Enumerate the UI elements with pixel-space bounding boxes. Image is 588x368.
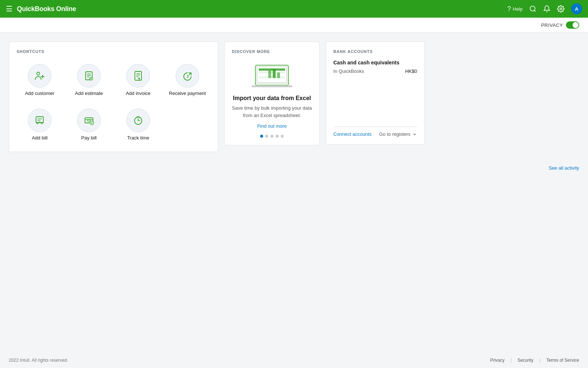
search-button[interactable] [529,5,537,13]
connect-accounts-link[interactable]: Connect accounts [333,131,372,137]
estimate-icon [83,70,95,82]
discover-title: DISCOVER MORE [232,49,270,54]
find-out-more-link[interactable]: Find out more [257,123,287,129]
shortcuts-row2: Add bill Pay bill [17,106,211,144]
topnav: ☰ QuickBooks Online ? Help A [0,0,588,18]
add-estimate-icon-wrap [77,64,101,88]
invoice-icon [132,70,144,82]
add-customer-icon-wrap [28,64,51,88]
dot-1[interactable] [260,135,263,138]
shortcut-pay-bill[interactable]: Pay bill [66,106,112,144]
svg-line-1 [534,10,536,12]
chevron-down-icon [412,132,417,137]
settings-button[interactable] [557,5,564,13]
help-label: Help [513,6,523,12]
track-time-icon-wrap [126,109,150,132]
activity-bar: See all activity [0,161,588,175]
footer: 2022 Intuit. All rights reserved. Privac… [0,353,588,368]
discover-heading: Import your data from Excel [233,95,311,102]
add-estimate-label: Add estimate [75,91,103,97]
privacy-label: PRIVACY [541,22,563,28]
gear-icon [557,5,564,13]
bank-accounts-title: BANK ACCOUNTS [333,49,417,54]
shortcut-add-invoice[interactable]: Add invoice [115,61,161,100]
go-to-registers-button[interactable]: Go to registers [379,131,417,137]
add-invoice-icon-wrap [126,64,150,88]
svg-rect-35 [268,71,271,78]
receive-payment-label: Receive payment [169,91,206,97]
help-icon: ? [507,5,511,13]
shortcut-track-time[interactable]: Track time [115,106,161,144]
dot-5[interactable] [281,135,284,138]
shortcut-add-customer[interactable]: Add customer [17,61,63,100]
go-to-registers-label: Go to registers [379,131,410,137]
svg-rect-31 [259,68,285,71]
bank-balance-row: In QuickBooks HK$0 [333,68,417,74]
brand-name: QuickBooks Online [17,5,76,13]
dot-3[interactable] [270,135,273,138]
shortcuts-card: SHORTCUTS Add customer [9,42,218,152]
privacy-link[interactable]: Privacy [490,358,505,363]
cash-equivalents-label: Cash and cash equivalents [333,60,417,66]
copyright-text: 2022 Intuit. All rights reserved. [9,358,68,363]
svg-point-0 [530,6,535,11]
svg-rect-34 [259,77,285,78]
svg-rect-36 [273,69,276,78]
add-bill-label: Add bill [32,135,48,141]
shortcut-add-bill[interactable]: Add bill [17,106,63,144]
svg-rect-33 [259,74,285,76]
dot-2[interactable] [265,135,268,138]
toggle-thumb [573,22,578,28]
add-invoice-label: Add invoice [126,91,150,97]
security-link[interactable]: Security [517,358,533,363]
empty-cell [164,106,211,144]
svg-rect-13 [135,71,141,80]
svg-rect-38 [252,85,292,87]
bell-icon [543,5,551,13]
clock-icon [132,114,144,126]
help-button[interactable]: ? Help [507,5,523,13]
shortcuts-title: SHORTCUTS [17,49,211,54]
bill-icon [34,114,46,126]
footer-links: Privacy | Security | Terms of Service [490,358,579,363]
svg-point-24 [90,121,94,125]
dot-4[interactable] [276,135,279,138]
shortcut-receive-payment[interactable]: Receive payment [164,61,211,100]
pay-bill-icon-wrap [77,109,101,132]
discover-card: DISCOVER MORE Import your data from Exce… [224,42,320,145]
see-all-activity-link[interactable]: See all activity [549,165,579,171]
carousel-dots [260,135,284,138]
main-content: SHORTCUTS Add customer [0,33,588,161]
bank-accounts-card: BANK ACCOUNTS Cash and cash equivalents … [326,42,425,145]
privacy-toggle[interactable] [566,21,579,29]
pay-bill-icon [83,114,95,126]
privacy-bar: PRIVACY [0,18,588,33]
shortcut-add-estimate[interactable]: Add estimate [66,61,112,100]
svg-point-3 [37,72,40,75]
notifications-button[interactable] [543,5,551,13]
svg-rect-37 [277,72,280,78]
bank-amount: HK$0 [405,68,417,74]
receive-payment-icon-wrap [176,64,199,88]
search-icon [529,5,537,13]
hamburger-icon[interactable]: ☰ [6,4,12,13]
pay-bill-label: Pay bill [81,135,97,141]
svg-point-2 [560,8,562,10]
excel-illustration [250,60,294,89]
add-customer-label: Add customer [25,91,54,97]
in-quickbooks-label: In QuickBooks [333,68,364,74]
people-icon [34,70,46,82]
svg-rect-32 [259,71,285,73]
add-bill-icon-wrap [28,109,51,132]
payment-icon [182,70,193,82]
bank-footer: Connect accounts Go to registers [333,127,417,137]
terms-link[interactable]: Terms of Service [546,358,579,363]
avatar[interactable]: A [571,3,582,14]
track-time-label: Track time [127,135,149,141]
discover-text: Save time by bulk importing your data fr… [232,105,312,119]
shortcuts-row1: Add customer Add estimate [17,61,211,100]
